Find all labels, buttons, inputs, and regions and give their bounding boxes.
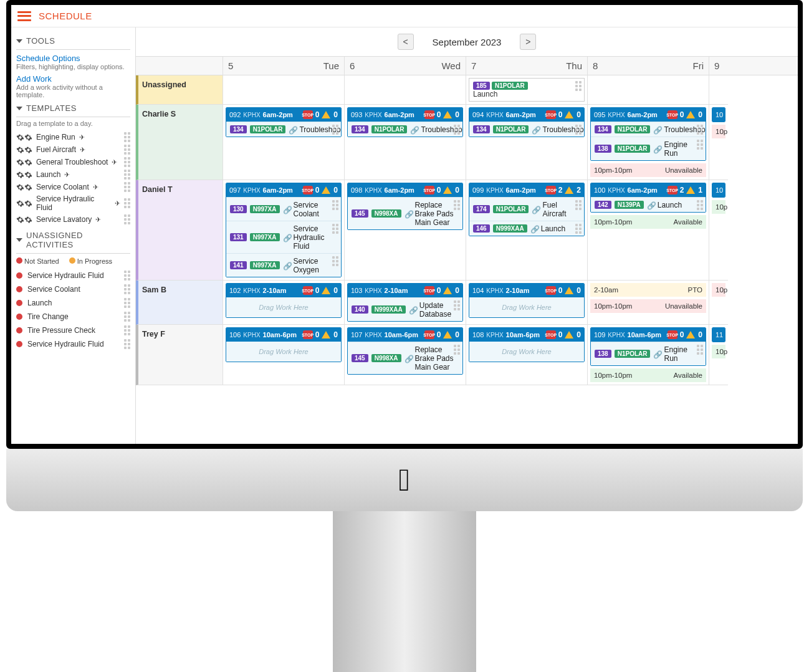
work-task[interactable]: 134 N1POLAR 🔗 Troubleshoot xyxy=(469,122,584,137)
work-task[interactable]: 140 N999XAA 🔗 Update Database xyxy=(348,297,462,321)
shift-header[interactable]: 103 KPHX 2-10am STOP0 0 xyxy=(348,284,462,297)
drag-handle-icon[interactable] xyxy=(124,325,130,335)
menu-icon[interactable] xyxy=(17,11,31,21)
drag-handle-icon[interactable] xyxy=(124,271,130,281)
shift-header[interactable]: 10 xyxy=(712,108,725,122)
drag-handle-icon[interactable] xyxy=(332,125,338,135)
shift-header[interactable]: 10 xyxy=(712,183,725,197)
drag-handle-icon[interactable] xyxy=(124,132,130,142)
shift-header[interactable]: 097 KPHX 6am-2pm STOP0 0 xyxy=(226,183,341,197)
template-item[interactable]: Fuel Aircraft ✈ xyxy=(16,143,130,156)
drag-handle-icon[interactable] xyxy=(124,145,130,155)
template-item[interactable]: Service Coolant ✈ xyxy=(16,181,130,193)
drop-zone[interactable]: Drag Work Here xyxy=(469,342,584,362)
template-item[interactable]: Launch ✈ xyxy=(16,168,130,181)
shift-header[interactable]: 108 KPHX 10am-6pm STOP0 0 xyxy=(469,328,584,342)
template-item[interactable]: General Troubleshoot ✈ xyxy=(16,156,130,168)
unassigned-item[interactable]: Tire Change xyxy=(16,310,130,324)
work-task[interactable]: 134 N1POLAR 🔗 Troubleshoot xyxy=(591,122,706,137)
shift-card[interactable]: 097 KPHX 6am-2pm STOP0 0 130 N997XA 🔗 Se… xyxy=(226,183,342,277)
work-task[interactable]: 146 N999XAA 🔗 Launch xyxy=(469,221,584,236)
drag-handle-icon[interactable] xyxy=(332,224,338,234)
work-task[interactable]: 131 N997XA 🔗 Service Hydraulic Fluid xyxy=(226,221,341,253)
template-item[interactable]: Service Lavatory ✈ xyxy=(16,213,130,226)
shift-card[interactable]: 104 KPHX 2-10am STOP0 0 Drag Work Here xyxy=(469,283,585,318)
drag-handle-icon[interactable] xyxy=(575,81,582,91)
template-item[interactable]: Service Hydraulic Fluid ✈ xyxy=(16,193,130,213)
work-task[interactable]: 138 N1POLAR 🔗 Engine Run xyxy=(591,342,706,365)
shift-header[interactable]: 098 KPHX 6am-2pm STOP0 0 xyxy=(348,183,462,197)
schedule-options-link[interactable]: Schedule Options xyxy=(16,54,130,63)
shift-header[interactable]: 099 KPHX 6am-2pm STOP2 2 xyxy=(469,183,584,197)
work-task[interactable]: 145 N998XA 🔗 Replace Brake Pads Main Gea… xyxy=(348,197,462,229)
work-task[interactable]: 141 N997XA 🔗 Service Oxygen xyxy=(226,253,341,277)
add-work-link[interactable]: Add Work xyxy=(16,74,130,84)
drag-handle-icon[interactable] xyxy=(454,300,460,310)
shift-card[interactable]: 106 KPHX 10am-6pm STOP0 0 Drag Work Here xyxy=(226,327,342,362)
shift-card[interactable]: 093 KPHX 6am-2pm STOP0 0 134 N1POLAR 🔗 T… xyxy=(347,107,463,137)
drag-handle-icon[interactable] xyxy=(124,157,130,167)
drag-handle-icon[interactable] xyxy=(124,198,130,208)
drag-handle-icon[interactable] xyxy=(575,200,582,210)
shift-header[interactable]: 093 KPHX 6am-2pm STOP0 0 xyxy=(348,108,462,122)
shift-header[interactable]: 102 KPHX 2-10am STOP0 0 xyxy=(226,284,341,297)
next-month-button[interactable]: > xyxy=(520,34,536,50)
shift-header[interactable]: 100 KPHX 6am-2pm STOP2 1 xyxy=(591,183,706,197)
drag-handle-icon[interactable] xyxy=(124,214,130,224)
unassigned-event[interactable]: 185 N1POLAR Launch xyxy=(469,78,585,102)
shift-card[interactable]: 098 KPHX 6am-2pm STOP0 0 145 N998XA 🔗 Re… xyxy=(347,183,463,230)
shift-header[interactable]: 094 KPHX 6am-2pm STOP0 0 xyxy=(469,108,584,122)
drag-handle-icon[interactable] xyxy=(454,345,460,355)
drag-handle-icon[interactable] xyxy=(124,182,130,192)
drop-zone[interactable]: Drag Work Here xyxy=(226,297,341,317)
drag-handle-icon[interactable] xyxy=(454,125,460,135)
drag-handle-icon[interactable] xyxy=(575,125,582,135)
work-task[interactable]: 134 N1POLAR 🔗 Troubleshoot xyxy=(226,122,341,137)
drag-handle-icon[interactable] xyxy=(697,345,703,355)
drag-handle-icon[interactable] xyxy=(124,284,130,294)
shift-card[interactable]: 100 KPHX 6am-2pm STOP2 1 142 N139PA 🔗 La… xyxy=(590,183,706,213)
unassigned-item[interactable]: Launch xyxy=(16,296,130,310)
shift-card[interactable]: 099 KPHX 6am-2pm STOP2 2 174 N1POLAR 🔗 F… xyxy=(469,183,585,236)
work-task[interactable]: 142 N139PA 🔗 Launch xyxy=(591,197,706,212)
shift-card[interactable]: 095 KPHX 6am-2pm STOP0 0 134 N1POLAR 🔗 T… xyxy=(590,107,706,161)
drop-zone[interactable]: Drag Work Here xyxy=(226,342,341,362)
prev-month-button[interactable]: < xyxy=(398,34,414,50)
unassigned-item[interactable]: Service Hydraulic Fluid xyxy=(16,337,130,351)
shift-header[interactable]: 11 xyxy=(712,328,725,342)
drag-handle-icon[interactable] xyxy=(697,200,703,210)
drag-handle-icon[interactable] xyxy=(697,125,703,135)
shift-card[interactable]: 103 KPHX 2-10am STOP0 0 140 N999XAA 🔗 Up… xyxy=(347,283,463,322)
shift-card[interactable]: 11 xyxy=(712,327,725,342)
unassigned-section-header[interactable]: UNASSIGNED ACTIVITIES xyxy=(16,231,130,254)
calendar-scroll[interactable]: 5Tue6Wed7Thu8Fri9Unassigned 185 N1POLAR … xyxy=(136,56,798,444)
shift-header[interactable]: 092 KPHX 6am-2pm STOP0 0 xyxy=(226,108,341,122)
unassigned-item[interactable]: Tire Pressure Check xyxy=(16,324,130,337)
drag-handle-icon[interactable] xyxy=(124,339,130,349)
templates-section-header[interactable]: TEMPLATES xyxy=(16,103,130,117)
drag-handle-icon[interactable] xyxy=(332,256,338,266)
drag-handle-icon[interactable] xyxy=(454,200,460,210)
drag-handle-icon[interactable] xyxy=(124,298,130,308)
drag-handle-icon[interactable] xyxy=(124,312,130,322)
shift-card[interactable]: 10 xyxy=(712,183,725,198)
shift-card[interactable]: 094 KPHX 6am-2pm STOP0 0 134 N1POLAR 🔗 T… xyxy=(469,107,585,137)
work-task[interactable]: 130 N997XA 🔗 Service Coolant xyxy=(226,197,341,221)
shift-card[interactable]: 102 KPHX 2-10am STOP0 0 Drag Work Here xyxy=(226,283,342,318)
shift-card[interactable]: 107 KPHX 10am-6pm STOP0 0 145 N998XA 🔗 R… xyxy=(347,327,463,375)
drag-handle-icon[interactable] xyxy=(124,170,130,180)
shift-header[interactable]: 107 KPHX 10am-6pm STOP0 0 xyxy=(348,328,462,342)
shift-card[interactable]: 108 KPHX 10am-6pm STOP0 0 Drag Work Here xyxy=(469,327,585,362)
work-task[interactable]: 145 N998XA 🔗 Replace Brake Pads Main Gea… xyxy=(348,342,462,374)
work-task[interactable]: 134 N1POLAR 🔗 Troubleshoot xyxy=(348,122,462,137)
shift-header[interactable]: 106 KPHX 10am-6pm STOP0 0 xyxy=(226,328,341,342)
unassigned-item[interactable]: Service Hydraulic Fluid xyxy=(16,269,130,282)
shift-card[interactable]: 092 KPHX 6am-2pm STOP0 0 134 N1POLAR 🔗 T… xyxy=(226,107,342,137)
drag-handle-icon[interactable] xyxy=(332,200,338,210)
template-item[interactable]: Engine Run ✈ xyxy=(16,131,130,143)
shift-card[interactable]: 10 xyxy=(712,107,725,122)
unassigned-item[interactable]: Service Coolant xyxy=(16,282,130,296)
drag-handle-icon[interactable] xyxy=(575,224,582,234)
tools-section-header[interactable]: TOOLS xyxy=(16,36,130,50)
drag-handle-icon[interactable] xyxy=(697,140,703,150)
